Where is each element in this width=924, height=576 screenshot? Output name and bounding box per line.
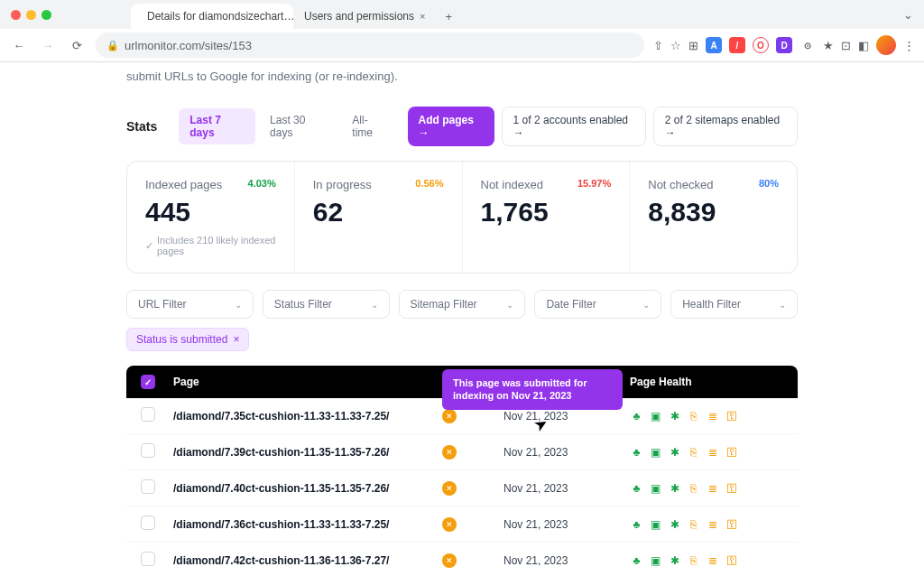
title-bar: Details for diamondsizechart… × Users an…	[0, 0, 924, 29]
bug-icon[interactable]: ✱	[668, 445, 681, 459]
bug-icon[interactable]: ✱	[668, 517, 681, 531]
add-pages-button[interactable]: Add pages →	[408, 107, 494, 146]
db-icon[interactable]: ≣	[706, 517, 719, 531]
sitemap-icon[interactable]: ♣	[630, 481, 643, 495]
new-tab-button[interactable]: +	[436, 5, 461, 29]
reading-list-icon[interactable]: ⊡	[841, 39, 851, 52]
bug-icon[interactable]: ✱	[668, 553, 681, 567]
date-filter[interactable]: Date Filter⌄	[534, 290, 661, 319]
lock-icon[interactable]: ⚿	[725, 553, 738, 567]
lock-icon[interactable]: ⚿	[725, 517, 738, 531]
range-last-30[interactable]: Last 30 days	[259, 108, 337, 144]
browser-tab-inactive[interactable]: Users and permissions ×	[293, 4, 436, 29]
link-icon[interactable]: ⎘	[687, 481, 700, 495]
minimize-window-icon[interactable]	[26, 10, 36, 20]
row-checkbox[interactable]	[141, 443, 155, 458]
puzzle-icon[interactable]: ⊞	[688, 39, 698, 52]
menu-icon[interactable]: ⋮	[903, 39, 915, 52]
stat-card-notchecked[interactable]: Not checked 80% 8,839	[630, 162, 797, 273]
side-panel-icon[interactable]: ◧	[858, 39, 869, 52]
browser-tab-active[interactable]: Details for diamondsizechart… ×	[131, 4, 293, 29]
maximize-window-icon[interactable]	[42, 10, 51, 20]
stat-card-inprogress[interactable]: In progress 0.56% 62	[295, 162, 463, 273]
table-row[interactable]: /diamond/7.42ct-cushion-11.36-11.36-7.27…	[126, 543, 798, 576]
table-row[interactable]: /diamond/7.40ct-cushion-11.35-11.35-7.26…	[126, 470, 798, 506]
extension-icon[interactable]: D	[776, 37, 792, 53]
page-path[interactable]: /diamond/7.42ct-cushion-11.36-11.36-7.27…	[173, 554, 395, 567]
page-icon[interactable]: ▣	[649, 445, 662, 459]
url-filter[interactable]: URL Filter⌄	[126, 290, 254, 319]
table-header: Page Last Submitted Page Health This pag…	[126, 366, 798, 398]
link-icon[interactable]: ⎘	[687, 553, 700, 567]
range-all-time[interactable]: All-time	[341, 108, 396, 144]
close-tab-icon[interactable]: ×	[420, 11, 425, 22]
page-icon[interactable]: ▣	[649, 517, 662, 531]
db-icon[interactable]: ≣	[706, 481, 719, 495]
sitemap-filter[interactable]: Sitemap Filter⌄	[399, 290, 526, 319]
col-page[interactable]: Page	[173, 376, 395, 388]
status-submitted-icon[interactable]: ✕	[442, 553, 457, 568]
extensions-icon[interactable]: ★	[823, 39, 834, 52]
status-submitted-icon[interactable]: ✕	[442, 409, 457, 423]
sitemap-icon[interactable]: ♣	[630, 445, 643, 459]
row-checkbox[interactable]	[141, 516, 155, 530]
remove-chip-icon[interactable]: ×	[233, 333, 239, 346]
link-icon[interactable]: ⎘	[687, 409, 700, 423]
status-filter[interactable]: Status Filter⌄	[263, 290, 390, 319]
range-last-7[interactable]: Last 7 days	[179, 108, 255, 144]
sitemap-icon[interactable]: ♣	[630, 517, 643, 531]
active-filters: Status is submitted×	[126, 328, 798, 351]
star-icon[interactable]: ☆	[670, 39, 681, 52]
extension-icon[interactable]: /	[729, 37, 745, 53]
stat-value: 8,839	[648, 197, 779, 228]
bug-icon[interactable]: ✱	[668, 409, 681, 423]
lock-icon[interactable]: ⚿	[725, 445, 738, 459]
share-icon[interactable]: ⇧	[653, 39, 663, 52]
row-checkbox[interactable]	[141, 479, 155, 494]
health-cell: ♣▣✱⎘≣⚿	[630, 517, 783, 531]
row-checkbox[interactable]	[141, 552, 155, 566]
db-icon[interactable]: ≣	[706, 409, 719, 423]
link-icon[interactable]: ⎘	[687, 517, 700, 531]
page-path[interactable]: /diamond/7.35ct-cushion-11.33-11.33-7.25…	[173, 410, 395, 423]
page-icon[interactable]: ▣	[649, 553, 662, 567]
extension-icon[interactable]: ⊙	[799, 37, 816, 53]
sitemap-icon[interactable]: ♣	[630, 409, 643, 423]
filter-chip[interactable]: Status is submitted×	[126, 328, 249, 351]
status-submitted-icon[interactable]: ✕	[442, 517, 457, 532]
expand-tabs-icon[interactable]: ⌄	[903, 8, 913, 22]
extension-icon[interactable]: O	[753, 37, 769, 53]
table-row[interactable]: /diamond/7.36ct-cushion-11.33-11.33-7.25…	[126, 506, 798, 543]
db-icon[interactable]: ≣	[706, 553, 719, 567]
bug-icon[interactable]: ✱	[668, 481, 681, 495]
accounts-pill[interactable]: 1 of 2 accounts enabled →	[502, 107, 646, 146]
stat-card-notindexed[interactable]: Not indexed 15.97% 1,765	[463, 162, 631, 273]
address-bar[interactable]: 🔒 urlmonitor.com/sites/153	[96, 33, 644, 58]
lock-icon[interactable]: ⚿	[725, 481, 738, 495]
select-all-checkbox[interactable]	[141, 375, 155, 389]
tab-title: Details for diamondsizechart…	[147, 10, 293, 23]
link-icon[interactable]: ⎘	[687, 445, 700, 459]
status-submitted-icon[interactable]: ✕	[442, 481, 457, 496]
page-path[interactable]: /diamond/7.39ct-cushion-11.35-11.35-7.26…	[173, 446, 395, 459]
reload-button[interactable]: ⟳	[67, 35, 87, 55]
page-path[interactable]: /diamond/7.36ct-cushion-11.33-11.33-7.25…	[173, 518, 395, 531]
page-icon[interactable]: ▣	[649, 481, 662, 495]
col-page-health[interactable]: Page Health	[630, 376, 783, 388]
extension-icon[interactable]: A	[706, 37, 722, 53]
sitemap-icon[interactable]: ♣	[630, 553, 643, 567]
lock-icon[interactable]: ⚿	[725, 409, 738, 423]
db-icon[interactable]: ≣	[706, 445, 719, 459]
avatar[interactable]	[876, 35, 896, 55]
close-window-icon[interactable]	[11, 10, 21, 20]
page-icon[interactable]: ▣	[649, 409, 662, 423]
status-submitted-icon[interactable]: ✕	[442, 445, 457, 460]
row-checkbox[interactable]	[141, 407, 155, 422]
sitemaps-pill[interactable]: 2 of 2 sitemaps enabled →	[653, 107, 798, 146]
page-path[interactable]: /diamond/7.40ct-cushion-11.35-11.35-7.26…	[173, 482, 395, 495]
health-filter[interactable]: Health Filter⌄	[670, 290, 798, 319]
back-button[interactable]: ←	[9, 35, 29, 55]
stat-card-indexed[interactable]: Indexed pages 4.03% 445 ✓Includes 210 li…	[127, 162, 295, 273]
table-row[interactable]: /diamond/7.39ct-cushion-11.35-11.35-7.26…	[126, 434, 798, 470]
table-body: /diamond/7.35ct-cushion-11.33-11.33-7.25…	[126, 398, 798, 576]
